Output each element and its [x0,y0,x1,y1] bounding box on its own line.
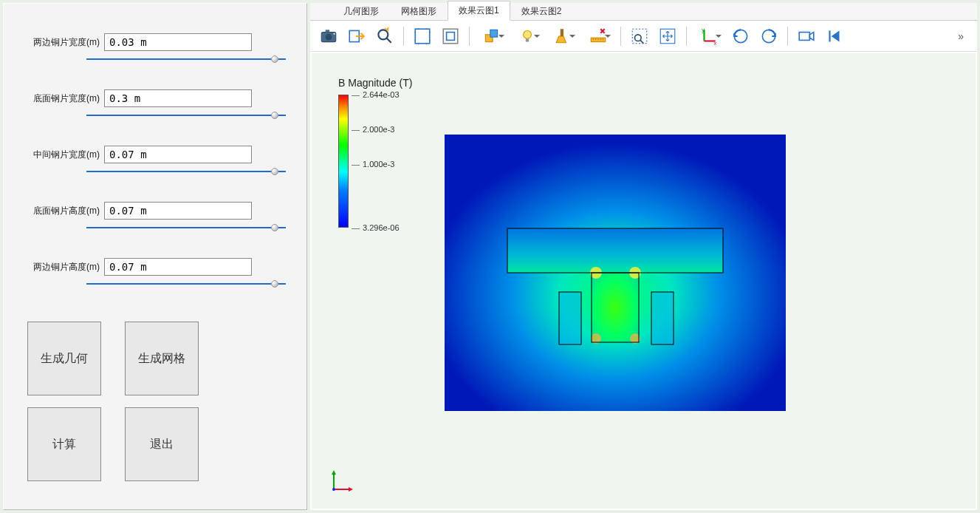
tab[interactable]: 网格图形 [390,1,448,21]
sidebar: 两边铜片宽度(m)底面钢片宽度(m)中间钢片宽度(m)底面钢片高度(m)两边铜片… [3,3,307,510]
svg-rect-26 [799,32,809,40]
colorbar: B Magnitude (T) 2.644e-032.000e-31.000e-… [338,77,414,228]
param-row: 中间钢片宽度(m) [24,146,286,177]
param-slider[interactable] [24,110,286,120]
gen-geom-button[interactable]: 生成几何 [27,322,101,395]
param-input[interactable] [104,33,252,51]
svg-point-3 [334,33,335,34]
lightbulb-icon[interactable] [511,24,544,49]
ruler-delete-icon[interactable] [582,24,614,49]
main-panel: 几何图形网格图形效果云图1效果云图2 [310,3,977,510]
param-slider[interactable] [24,54,286,64]
axes-icon[interactable]: yx [693,24,725,49]
zoom-auto-icon[interactable] [372,24,397,49]
param-slider[interactable] [24,279,286,289]
svg-rect-31 [592,273,639,342]
boxes-icon[interactable] [476,24,508,49]
colorbar-title: B Magnitude (T) [338,77,414,89]
svg-rect-14 [561,29,563,36]
gen-mesh-button[interactable]: 生成网格 [125,322,199,395]
svg-point-47 [332,488,335,491]
colorbar-gradient [338,95,349,228]
svg-line-18 [640,40,643,43]
rotate-cw-icon[interactable] [756,24,781,49]
frame-outer-icon[interactable] [410,24,435,49]
svg-point-17 [635,34,642,41]
param-input[interactable] [104,258,252,276]
svg-marker-46 [349,487,353,492]
brush-icon[interactable] [546,24,579,49]
param-label: 底面钢片宽度(m) [24,92,100,105]
first-frame-icon[interactable] [822,24,847,49]
action-buttons: 生成几何 生成网格 计算 退出 [27,322,286,481]
pan-icon[interactable] [655,24,680,49]
svg-rect-8 [443,29,458,44]
svg-line-6 [386,38,391,42]
zoom-box-icon[interactable] [627,24,652,49]
tab[interactable]: 几何图形 [332,1,390,21]
colorbar-tick: 2.000e-3 [352,125,394,134]
tab-bar: 几何图形网格图形效果云图1效果云图2 [310,3,977,21]
param-label: 两边铜片高度(m) [24,261,100,274]
camera-icon[interactable] [316,24,341,49]
svg-rect-13 [526,38,529,41]
svg-rect-30 [507,228,723,273]
svg-rect-7 [415,29,430,44]
rotate-ccw-icon[interactable] [728,24,753,49]
param-row: 两边铜片宽度(m) [24,33,286,64]
param-slider[interactable] [24,222,286,233]
param-input[interactable] [104,89,252,107]
param-row: 底面钢片高度(m) [24,202,286,233]
param-slider[interactable] [24,166,286,177]
svg-rect-9 [447,32,455,40]
svg-rect-36 [559,292,581,344]
colorbar-tick: 1.000e-3 [352,160,394,169]
orientation-triad-icon [329,467,356,494]
export-icon[interactable] [344,24,369,49]
exit-button[interactable]: 退出 [125,407,199,481]
svg-marker-44 [332,470,336,475]
svg-text:y: y [702,27,705,33]
param-row: 两边铜片高度(m) [24,258,286,289]
param-label: 中间钢片宽度(m) [24,149,100,161]
svg-text:x: x [714,39,717,45]
param-input[interactable] [104,146,252,163]
param-input[interactable] [104,202,252,220]
field-plot [445,135,786,411]
colorbar-tick: 2.644e-03 [352,90,400,99]
param-row: 底面钢片宽度(m) [24,89,286,120]
tab[interactable]: 效果云图2 [510,1,573,21]
svg-point-1 [326,33,332,40]
frame-inner-icon[interactable] [438,24,463,49]
param-label: 两边铜片宽度(m) [24,36,100,49]
camera-view-icon[interactable] [794,24,819,49]
toolbar-overflow[interactable]: » [950,27,971,45]
colorbar-tick: 3.296e-06 [352,223,400,232]
compute-button[interactable]: 计算 [27,407,101,481]
svg-rect-11 [490,30,498,37]
toolbar: yx » [310,21,977,52]
colorbar-ticks: 2.644e-032.000e-31.000e-33.296e-06 [352,95,414,228]
tab[interactable]: 效果云图1 [448,1,510,21]
svg-rect-2 [326,30,329,32]
param-label: 底面钢片高度(m) [24,205,100,217]
svg-rect-37 [651,292,674,344]
svg-point-12 [524,30,532,38]
viewport[interactable]: B Magnitude (T) 2.644e-032.000e-31.000e-… [312,53,976,509]
